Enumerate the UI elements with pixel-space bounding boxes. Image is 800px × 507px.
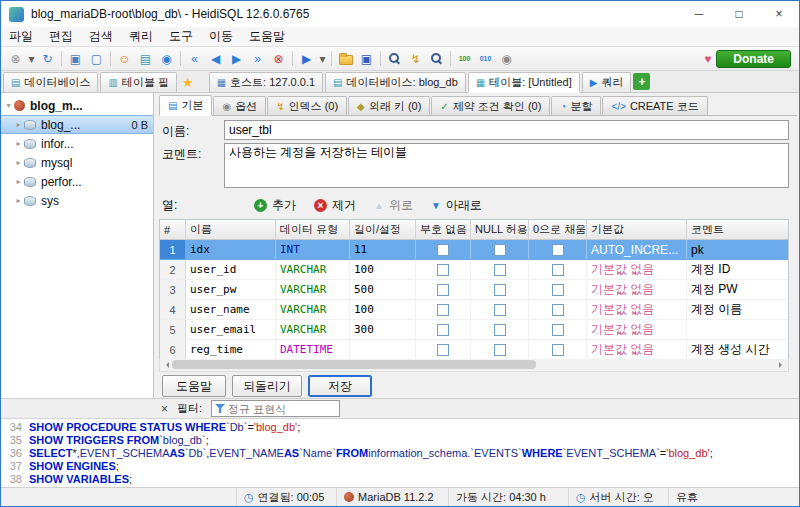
new-query-tab-button[interactable]: + <box>633 73 650 90</box>
zerofill-checkbox[interactable] <box>552 244 564 256</box>
column-row[interactable]: 5user_emailVARCHAR300기본값 없음 <box>160 320 788 340</box>
column-header-6[interactable]: NULL 허용 <box>471 220 529 239</box>
column-header-4[interactable]: 길이/설정 <box>350 220 416 239</box>
run-query-icon[interactable]: ▶ <box>296 49 317 69</box>
menu-item-3[interactable]: 검색 <box>81 27 121 46</box>
help-button[interactable]: 도움말 <box>162 375 226 397</box>
menu-item-1[interactable]: 파일 <box>1 27 41 46</box>
tab-query[interactable]: ▶쿼리 <box>582 72 632 92</box>
first-record-icon[interactable]: « <box>184 49 205 69</box>
zerofill-checkbox[interactable] <box>552 344 564 356</box>
move-down-button[interactable]: ▼아래로 <box>431 197 482 214</box>
editor-tab-3[interactable]: ↯인덱스 (0) <box>267 96 347 115</box>
menu-item-7[interactable]: 도움말 <box>241 27 293 46</box>
tab-table[interactable]: ▦테이블: [Untitled] <box>468 72 580 93</box>
tree-item-4[interactable]: ▸mysql <box>1 153 153 172</box>
allow-null-checkbox[interactable] <box>494 264 506 276</box>
revert-button[interactable]: 되돌리기 <box>232 375 302 397</box>
connect-caret-icon[interactable]: ▾ <box>26 49 37 69</box>
unsigned-checkbox[interactable] <box>437 264 449 276</box>
tab-host[interactable]: ▦호스트: 127.0.0.1 <box>209 72 323 92</box>
menu-item-2[interactable]: 편집 <box>41 27 81 46</box>
search-icon[interactable] <box>384 49 405 69</box>
editor-tab-2[interactable]: ◉옵션 <box>213 96 266 115</box>
close-button[interactable]: × <box>759 1 799 27</box>
tree-item-6[interactable]: ▸sys <box>1 191 153 210</box>
tree-item-1[interactable]: ▾blog_m... <box>1 96 153 115</box>
zerofill-checkbox[interactable] <box>552 324 564 336</box>
open-file-icon[interactable] <box>335 49 356 69</box>
allow-null-checkbox[interactable] <box>494 284 506 296</box>
editor-tab-5[interactable]: ✓제약 조건 확인 (0) <box>431 96 550 115</box>
zerofill-checkbox[interactable] <box>552 264 564 276</box>
tree-caret-icon[interactable]: ▸ <box>13 120 24 129</box>
filter-input[interactable] <box>228 401 336 416</box>
stop-icon[interactable]: ⊗ <box>268 49 289 69</box>
column-row[interactable]: 1idxINT11AUTO_INCRE...pk <box>160 240 788 260</box>
unsigned-checkbox[interactable] <box>437 304 449 316</box>
move-up-button[interactable]: ▲위로 <box>374 197 413 214</box>
unsigned-checkbox[interactable] <box>437 344 449 356</box>
tab-database[interactable]: ▤데이터베이스: blog_db <box>325 72 466 92</box>
tree-caret-icon[interactable]: ▸ <box>13 158 24 167</box>
allow-null-checkbox[interactable] <box>494 324 506 336</box>
column-row[interactable]: 2user_idVARCHAR100기본값 없음계정 ID <box>160 260 788 280</box>
column-header-9[interactable]: 코멘트 <box>687 220 788 239</box>
add-column-button[interactable]: +추가 <box>254 197 296 214</box>
new-window-icon[interactable]: ▢ <box>86 49 107 69</box>
session-manager-icon[interactable]: ▣ <box>65 49 86 69</box>
column-header-5[interactable]: 부호 없음 <box>416 220 471 239</box>
minimize-button[interactable]: ─ <box>679 1 719 27</box>
unsigned-checkbox[interactable] <box>437 284 449 296</box>
allow-null-checkbox[interactable] <box>494 244 506 256</box>
zerofill-checkbox[interactable] <box>552 304 564 316</box>
zerofill-checkbox[interactable] <box>552 284 564 296</box>
tree-caret-icon[interactable]: ▸ <box>13 177 24 186</box>
column-header-8[interactable]: 기본값 <box>587 220 687 239</box>
left-tab-database-tree[interactable]: ▤데이터베이스 <box>3 72 98 92</box>
tree-item-5[interactable]: ▸perfor... <box>1 172 153 191</box>
left-tab-table-filter[interactable]: ▥테이블 필 <box>100 72 177 92</box>
menu-item-5[interactable]: 도구 <box>161 27 201 46</box>
server-info-icon[interactable]: ◉ <box>156 49 177 69</box>
find-replace-icon[interactable] <box>426 49 447 69</box>
unsigned-checkbox[interactable] <box>437 244 449 256</box>
quick-filter-icon[interactable]: ↯ <box>405 49 426 69</box>
unsigned-checkbox[interactable] <box>437 324 449 336</box>
tree-caret-icon[interactable]: ▸ <box>13 139 24 148</box>
column-header-2[interactable]: 이름 <box>186 220 276 239</box>
allow-null-checkbox[interactable] <box>494 304 506 316</box>
editor-tab-6[interactable]: ◔분할 <box>551 96 601 115</box>
save-icon[interactable]: ▣ <box>356 49 377 69</box>
user-manager-icon[interactable]: ☺ <box>114 49 135 69</box>
tree-caret-icon[interactable]: ▸ <box>13 196 24 205</box>
menu-item-4[interactable]: 쿼리 <box>121 27 161 46</box>
column-row[interactable]: 3user_pwVARCHAR500기본값 없음계정 PW <box>160 280 788 300</box>
column-header-7[interactable]: 0으로 채움 <box>529 220 587 239</box>
refresh-icon[interactable]: ↻ <box>37 49 58 69</box>
table-name-input[interactable] <box>224 120 789 140</box>
preferences-icon[interactable]: ◉ <box>496 49 517 69</box>
table-comment-input[interactable]: 사용하는 계정을 저장하는 테이블 <box>224 143 789 188</box>
title-bar[interactable]: blog_mariaDB-root\blog_db\ - HeidiSQL 12… <box>1 1 799 27</box>
save-button[interactable]: 저장 <box>308 375 372 397</box>
binary-100-icon[interactable]: 100 <box>454 49 475 69</box>
tree-item-2[interactable]: ▸blog_...0 B <box>1 115 153 134</box>
binary-010-icon[interactable]: 010 <box>475 49 496 69</box>
editor-tab-4[interactable]: ◆외래 키 (0) <box>348 96 430 115</box>
tree-item-3[interactable]: ▸infor... <box>1 134 153 153</box>
column-header-3[interactable]: 데이터 유형 <box>276 220 350 239</box>
remove-column-button[interactable]: ×제거 <box>314 197 356 214</box>
maximize-button[interactable]: □ <box>719 1 759 27</box>
scrollbar-thumb[interactable] <box>172 360 536 369</box>
allow-null-checkbox[interactable] <box>494 344 506 356</box>
favorites-star-icon[interactable]: ★ <box>179 75 197 90</box>
database-manager-icon[interactable]: ▤ <box>135 49 156 69</box>
prev-record-icon[interactable]: ◀ <box>205 49 226 69</box>
editor-tab-7[interactable]: </>CREATE 코드 <box>602 96 707 115</box>
menu-item-6[interactable]: 이동 <box>201 27 241 46</box>
disconnect-icon[interactable]: ⊗ <box>5 49 26 69</box>
column-row[interactable]: 6reg_timeDATETIME기본값 없음계정 생성 시간 <box>160 340 788 360</box>
column-row[interactable]: 4user_nameVARCHAR100기본값 없음계정 이름 <box>160 300 788 320</box>
last-record-icon[interactable]: » <box>247 49 268 69</box>
